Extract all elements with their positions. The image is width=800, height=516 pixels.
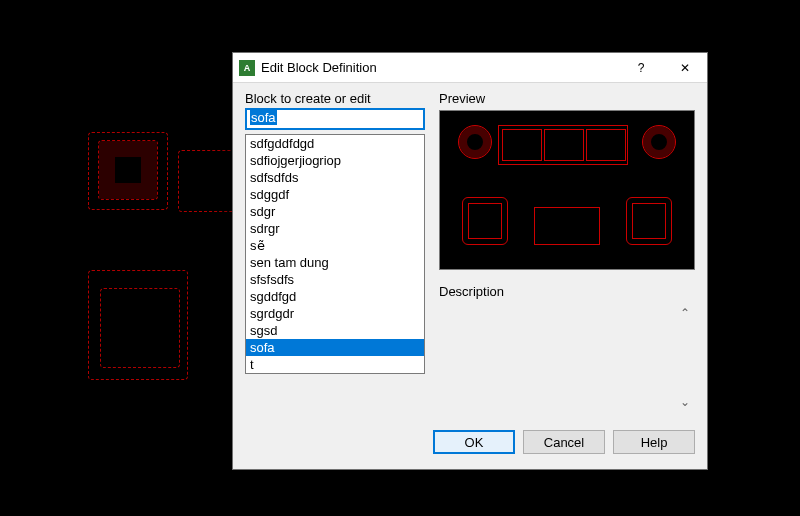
ok-button[interactable]: OK — [433, 430, 515, 454]
help-button[interactable]: Help — [613, 430, 695, 454]
block-list-item[interactable]: sdfgddfdgd — [246, 135, 424, 152]
preview-canvas — [439, 110, 695, 270]
block-list-item[interactable]: sẽ — [246, 237, 424, 254]
block-list-item[interactable]: sfsfsdfs — [246, 271, 424, 288]
preview-label: Preview — [439, 91, 695, 106]
block-list-item[interactable]: t — [246, 356, 424, 373]
description-scroll-down-icon[interactable]: ⌄ — [675, 395, 695, 409]
block-list-item[interactable]: sgddfgd — [246, 288, 424, 305]
dialog-title: Edit Block Definition — [261, 60, 619, 75]
block-list-item[interactable]: sdggdf — [246, 186, 424, 203]
block-name-label: Block to create or edit — [245, 91, 425, 106]
description-label: Description — [439, 284, 695, 299]
block-name-input[interactable] — [245, 108, 425, 130]
dialog-buttonbar: OK Cancel Help — [233, 425, 707, 469]
block-list-item[interactable]: sgrdgdr — [246, 305, 424, 322]
block-list-item[interactable]: sdgr — [246, 203, 424, 220]
block-list-item[interactable]: sdrgr — [246, 220, 424, 237]
block-list-item[interactable]: sgsd — [246, 322, 424, 339]
block-list-item[interactable]: sofa — [246, 339, 424, 356]
close-button[interactable]: ✕ — [663, 53, 707, 83]
app-icon: A — [239, 60, 255, 76]
block-list-item[interactable]: sdfiojgerjiogriop — [246, 152, 424, 169]
help-titlebar-button[interactable]: ? — [619, 53, 663, 83]
block-list-item[interactable]: sdfsdfds — [246, 169, 424, 186]
block-list-item[interactable]: sen tam dung — [246, 254, 424, 271]
titlebar: A Edit Block Definition ? ✕ — [233, 53, 707, 83]
edit-block-definition-dialog: A Edit Block Definition ? ✕ Block to cre… — [232, 52, 708, 470]
cancel-button[interactable]: Cancel — [523, 430, 605, 454]
block-list[interactable]: SALOONsdfgddfdgdsdfiojgerjiogriopsdfsdfd… — [245, 134, 425, 374]
description-scroll-up-icon[interactable]: ⌃ — [675, 306, 695, 320]
